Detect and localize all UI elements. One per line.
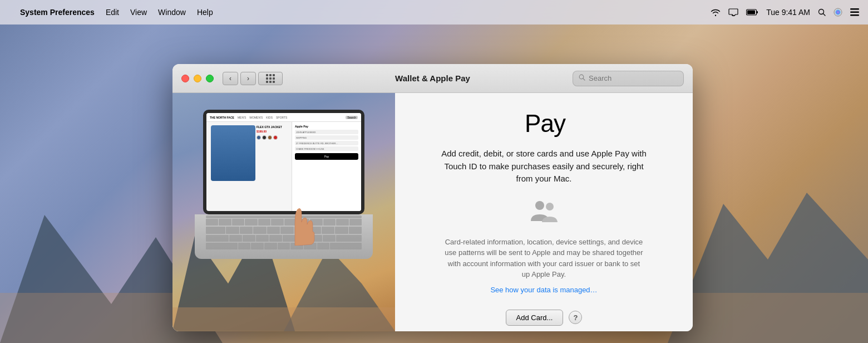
- product-area: FLEX GTX JACKET $199.00: [206, 122, 361, 211]
- key: [245, 219, 257, 226]
- key: [253, 227, 266, 233]
- grid-icon: [266, 74, 275, 83]
- svg-point-9: [835, 9, 841, 15]
- swatch-black: [262, 135, 267, 140]
- pay-button[interactable]: Pay: [295, 153, 358, 160]
- grid-button[interactable]: [258, 72, 283, 85]
- apple-pay-panel: Apple Pay JOHN APPLESEED SHIPPING 27 FRE…: [292, 122, 361, 211]
- key: [349, 227, 362, 233]
- pay-logo-text: Pay: [525, 110, 565, 138]
- svg-point-18: [535, 201, 544, 210]
- svg-line-14: [583, 79, 585, 80]
- swatch-blue: [257, 135, 261, 140]
- window-title: Wallet & Apple Pay: [395, 74, 470, 83]
- svg-rect-11: [850, 12, 859, 13]
- key: [240, 227, 253, 233]
- key: [336, 219, 348, 226]
- close-button[interactable]: [181, 75, 189, 82]
- siri-icon[interactable]: [834, 8, 842, 17]
- forward-button[interactable]: ›: [240, 72, 256, 85]
- clock: Tue 9:41 AM: [766, 8, 810, 17]
- key: [256, 235, 269, 242]
- svg-rect-10: [850, 8, 859, 10]
- inner-nav-bar: THE NORTH FACE MEN'S WOMEN'S KIDS SPORTS…: [206, 113, 361, 122]
- swatch-brown: [268, 135, 272, 140]
- search-box[interactable]: [573, 71, 684, 86]
- apple-pay-logo: Pay: [522, 110, 565, 138]
- key-rshift: [330, 243, 362, 249]
- key: [323, 219, 336, 226]
- menu-view[interactable]: View: [130, 8, 147, 17]
- nav-kids: KIDS: [266, 116, 273, 119]
- main-description: Add credit, debit, or store cards and us…: [438, 148, 650, 185]
- maximize-button[interactable]: [206, 75, 214, 82]
- airplay-icon[interactable]: [728, 8, 738, 16]
- key: [322, 227, 334, 233]
- svg-rect-4: [757, 11, 758, 13]
- pointing-hand: [278, 201, 317, 248]
- menu-help[interactable]: Help: [197, 8, 213, 17]
- help-button[interactable]: ?: [569, 311, 582, 324]
- pay-card-row: CHASE FREEDOM ••••1234: [295, 146, 358, 151]
- key-tab: [206, 227, 225, 233]
- svg-rect-5: [747, 11, 755, 14]
- back-button[interactable]: ‹: [223, 72, 238, 85]
- add-card-button[interactable]: Add Card...: [506, 310, 564, 326]
- key: [317, 243, 330, 249]
- people-icon: [527, 199, 561, 228]
- key: [243, 235, 255, 242]
- app-name[interactable]: System Preferences: [20, 8, 95, 17]
- control-center-icon[interactable]: [850, 8, 859, 16]
- window-titlebar: ‹ › Wallet & Apple Pay: [172, 64, 693, 93]
- search-input[interactable]: [589, 74, 678, 82]
- key: [229, 235, 242, 242]
- nav-buttons: ‹ ›: [223, 72, 256, 85]
- pay-panel-title: Apple Pay: [295, 125, 358, 128]
- key-return: [336, 235, 362, 242]
- laptop-screen: THE NORTH FACE MEN'S WOMEN'S KIDS SPORTS…: [203, 110, 364, 214]
- product-name: FLEX GTX JACKET: [257, 125, 289, 129]
- color-swatches: [257, 135, 289, 140]
- laptop-screen-content: THE NORTH FACE MEN'S WOMEN'S KIDS SPORTS…: [206, 113, 361, 211]
- privacy-description: Card-related information, location, devi…: [444, 237, 644, 280]
- key: [232, 219, 244, 226]
- wifi-icon[interactable]: [711, 8, 721, 16]
- system-preferences-window: ‹ › Wallet & Apple Pay: [172, 64, 693, 331]
- macbook-illustration: THE NORTH FACE MEN'S WOMEN'S KIDS SPORTS…: [189, 110, 378, 259]
- menubar: System Preferences Edit View Window Help…: [0, 0, 868, 24]
- nav-mens: MEN'S: [238, 116, 246, 119]
- key: [206, 219, 218, 226]
- svg-rect-12: [850, 14, 859, 16]
- nav-womens: WOMEN'S: [249, 116, 263, 119]
- content-right-panel: Pay Add credit, debit, or store cards an…: [395, 93, 693, 331]
- search-btn: Search: [346, 116, 358, 119]
- menubar-left: System Preferences Edit View Window Help: [9, 8, 213, 17]
- brand-logo: THE NORTH FACE: [210, 116, 234, 119]
- window-content: THE NORTH FACE MEN'S WOMEN'S KIDS SPORTS…: [172, 93, 693, 331]
- key: [264, 243, 277, 249]
- key: [219, 219, 231, 226]
- key-caps: [206, 235, 229, 242]
- pay-shipping-label: SHIPPING: [295, 135, 358, 140]
- content-left-panel: THE NORTH FACE MEN'S WOMEN'S KIDS SPORTS…: [172, 93, 395, 331]
- key: [226, 227, 239, 233]
- menu-edit[interactable]: Edit: [106, 8, 119, 17]
- key: [335, 227, 348, 233]
- product-price: $199.00: [257, 130, 289, 133]
- key: [258, 219, 270, 226]
- pay-address-row: 27 FREDERICK BUTTE RD, BROTHER...: [295, 141, 358, 145]
- svg-line-7: [823, 14, 826, 16]
- menubar-search-icon[interactable]: [818, 8, 826, 16]
- minimize-button[interactable]: [194, 75, 201, 82]
- pay-button-text: Pay: [324, 155, 329, 158]
- menu-window[interactable]: Window: [158, 8, 186, 17]
- search-icon: [579, 74, 585, 82]
- traffic-lights: [181, 75, 214, 82]
- svg-point-19: [546, 203, 554, 210]
- key: [349, 219, 362, 226]
- menubar-right: Tue 9:41 AM: [711, 8, 859, 17]
- battery-icon: [746, 9, 758, 16]
- key: [238, 243, 251, 249]
- data-management-link[interactable]: See how your data is managed…: [490, 286, 597, 294]
- swatch-red: [273, 135, 278, 140]
